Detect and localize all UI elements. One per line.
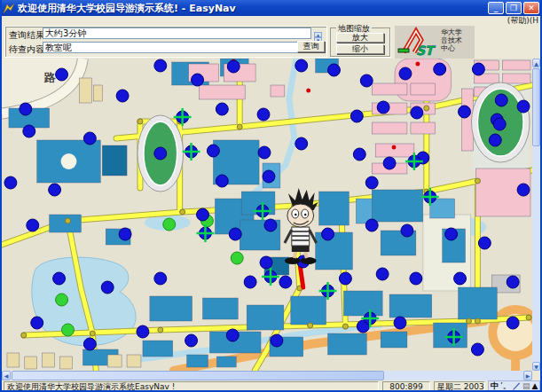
map-building bbox=[328, 333, 367, 355]
poi-dot-blue[interactable] bbox=[137, 325, 149, 338]
poi-dot-green[interactable] bbox=[163, 218, 176, 231]
poi-dot-blue[interactable] bbox=[216, 103, 228, 115]
poi-dot-blue[interactable] bbox=[517, 184, 530, 196]
poi-dot-blue[interactable] bbox=[101, 281, 114, 294]
poi-dot-blue[interactable] bbox=[119, 228, 131, 240]
zoom-out-button[interactable]: 缩小 bbox=[336, 44, 384, 54]
search-button[interactable]: 查询 bbox=[297, 41, 325, 52]
poi-dot-blue[interactable] bbox=[471, 343, 483, 356]
poi-dot-blue[interactable] bbox=[116, 90, 129, 102]
poi-dot-blue[interactable] bbox=[295, 137, 308, 150]
poi-dot-blue[interactable] bbox=[279, 276, 292, 288]
zoom-in-button[interactable]: 放大 bbox=[336, 33, 384, 43]
map-viewport[interactable]: 路 bbox=[2, 59, 532, 371]
poi-dot-blue[interactable] bbox=[507, 317, 519, 329]
poi-dot-blue[interactable] bbox=[244, 276, 256, 288]
poi-dot-blue[interactable] bbox=[197, 208, 209, 221]
poi-dot-blue[interactable] bbox=[56, 68, 68, 81]
map-road-node bbox=[21, 333, 27, 338]
poi-dot-blue[interactable] bbox=[401, 224, 413, 237]
scroll-down-icon[interactable]: ▼ bbox=[532, 362, 540, 371]
poi-dot-blue[interactable] bbox=[295, 59, 308, 72]
poi-dot-blue[interactable] bbox=[53, 272, 66, 285]
close-button[interactable]: ✕ bbox=[523, 2, 539, 14]
poi-dot-blue[interactable] bbox=[154, 147, 167, 160]
horizontal-scrollbar[interactable]: ◀ ▶ bbox=[2, 371, 532, 380]
poi-dot-blue[interactable] bbox=[394, 317, 406, 329]
poi-dot-blue[interactable] bbox=[226, 329, 239, 341]
poi-dot-blue[interactable] bbox=[27, 219, 39, 231]
poi-dot-blue[interactable] bbox=[185, 334, 198, 347]
poi-dot-blue[interactable] bbox=[83, 132, 96, 145]
poi-dot-blue[interactable] bbox=[328, 64, 341, 76]
poi-dot-blue[interactable] bbox=[23, 125, 35, 137]
poi-dot-blue[interactable] bbox=[154, 59, 167, 72]
poi-dot-blue[interactable] bbox=[49, 184, 61, 196]
poi-dot-blue[interactable] bbox=[493, 118, 506, 130]
minimize-button[interactable]: _ bbox=[488, 2, 504, 14]
poi-dot-blue[interactable] bbox=[154, 272, 167, 285]
campus-map-svg[interactable]: 路 bbox=[2, 59, 532, 371]
poi-dot-blue[interactable] bbox=[227, 60, 240, 73]
poi-dot-blue[interactable] bbox=[410, 272, 422, 285]
poi-dot-blue[interactable] bbox=[365, 219, 378, 231]
poi-dot-blue[interactable] bbox=[377, 101, 389, 114]
poi-dot-blue[interactable] bbox=[507, 276, 519, 288]
scroll-left-icon[interactable]: ◀ bbox=[2, 371, 11, 380]
poi-dot-blue[interactable] bbox=[383, 157, 396, 169]
ime-arrow-icon[interactable]: ▲ bbox=[531, 381, 538, 391]
character-foot bbox=[285, 257, 301, 264]
poi-dot-blue[interactable] bbox=[83, 338, 96, 350]
poi-dot-blue[interactable] bbox=[31, 317, 43, 329]
poi-dot-blue[interactable] bbox=[207, 145, 219, 157]
poi-dot-blue[interactable] bbox=[360, 74, 373, 87]
poi-dot-blue[interactable] bbox=[472, 63, 484, 75]
scroll-right-icon[interactable]: ▶ bbox=[523, 371, 532, 380]
poi-dot-blue[interactable] bbox=[365, 176, 378, 189]
query-input[interactable] bbox=[43, 42, 311, 53]
h-scroll-thumb[interactable] bbox=[12, 371, 384, 380]
poi-dot-blue[interactable] bbox=[322, 228, 334, 240]
maximize-button[interactable]: ❐ bbox=[506, 2, 522, 14]
ime-bar[interactable]: 中 ’。 ／ ▤ ▲ bbox=[488, 380, 540, 392]
poi-dot-blue[interactable] bbox=[353, 148, 365, 161]
scroll-up-icon[interactable]: ▲ bbox=[532, 59, 540, 67]
poi-dot-blue[interactable] bbox=[376, 268, 389, 280]
poi-dot-blue[interactable] bbox=[260, 256, 272, 269]
ime-punct-icon[interactable]: ’。 bbox=[500, 381, 511, 391]
poi-dot-blue[interactable] bbox=[399, 67, 412, 80]
map-road-node bbox=[90, 331, 95, 336]
poi-dot-blue[interactable] bbox=[339, 272, 351, 285]
poi-dot-blue[interactable] bbox=[411, 106, 423, 119]
poi-dot-blue[interactable] bbox=[434, 63, 446, 75]
v-scroll-thumb[interactable] bbox=[532, 68, 540, 146]
poi-dot-green[interactable] bbox=[56, 294, 68, 306]
poi-dot-blue[interactable] bbox=[489, 134, 501, 146]
poi-dot-blue[interactable] bbox=[350, 110, 363, 122]
poi-dot-blue[interactable] bbox=[263, 170, 275, 183]
poi-dot-blue[interactable] bbox=[459, 106, 471, 118]
ime-lang-icon[interactable]: 中 bbox=[491, 381, 499, 391]
result-field[interactable] bbox=[43, 27, 311, 39]
poi-dot-blue[interactable] bbox=[495, 94, 507, 106]
poi-dot-blue[interactable] bbox=[257, 108, 270, 121]
poi-dot-blue[interactable] bbox=[229, 228, 241, 240]
map-road-node bbox=[158, 327, 163, 333]
poi-dot-blue[interactable] bbox=[216, 175, 228, 187]
poi-dot-blue[interactable] bbox=[517, 100, 530, 113]
poi-dot-blue[interactable] bbox=[454, 272, 467, 285]
poi-dot-green[interactable] bbox=[62, 324, 75, 336]
poi-dot-blue[interactable] bbox=[478, 237, 491, 249]
poi-dot-green[interactable] bbox=[231, 252, 243, 264]
vertical-scrollbar[interactable]: ▲ ▼ bbox=[532, 59, 540, 371]
poi-dot-blue[interactable] bbox=[445, 228, 458, 240]
poi-dot-blue[interactable] bbox=[192, 74, 204, 86]
ime-keyboard-icon[interactable]: ▤ bbox=[522, 381, 530, 391]
poi-dot-blue[interactable] bbox=[271, 334, 283, 347]
poi-dot-blue[interactable] bbox=[258, 146, 271, 159]
help-menu[interactable]: (帮助)(H bbox=[507, 16, 538, 25]
ime-pen-icon[interactable]: ／ bbox=[513, 381, 521, 391]
poi-dot-blue[interactable] bbox=[20, 103, 32, 115]
poi-dot-blue[interactable] bbox=[4, 176, 17, 189]
poi-dot-blue[interactable] bbox=[264, 219, 277, 231]
